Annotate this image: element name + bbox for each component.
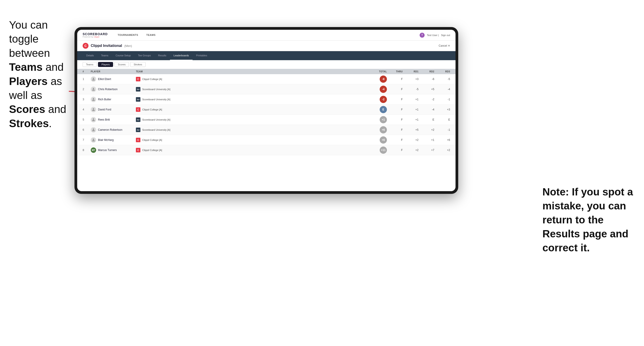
thru-val: F [387,128,403,131]
team-name: Clippd College [A] [142,149,162,152]
table-row: 7 Blair McHarg C Clippd College [A] +6 F… [77,135,456,145]
svg-point-4 [93,108,94,110]
row-rank: 5 [82,118,91,121]
rd2-val: +1 [418,138,434,142]
toggle-strokes-button[interactable]: Strokes [130,62,145,67]
player-cell: Rich Butler [91,97,136,102]
score-badge: +6 [380,136,387,144]
table-row: 6 Cameron Robertson SU Scoreboard Univer… [77,125,456,135]
player-name: Chris Robertson [98,88,118,91]
rd3-val: E [434,118,450,121]
team-cell: C Clippd College [A] [136,77,364,81]
row-rank: 8 [82,149,91,152]
col-player: PLAYER [91,70,136,73]
score-badge: E [380,106,387,113]
cancel-button[interactable]: Cancel ✕ [438,44,450,47]
row-rank: 1 [82,78,91,81]
avatar [91,137,96,143]
col-rd1: RD1 [403,70,418,73]
rd1-val: +2 [403,138,418,142]
rd1-val: +5 [403,128,418,131]
player-name: Rees Britt [98,118,110,121]
rd1-val: -5 [403,88,418,91]
team-cell: C Clippd College [A] [136,148,364,152]
score-badge: +11 [380,147,387,154]
nav-tab-teams[interactable]: TEAMS [143,30,159,41]
svg-point-2 [93,88,94,89]
player-cell: Blair McHarg [91,137,136,143]
row-rank: 4 [82,108,91,111]
rd1-val: +1 [403,108,418,111]
thru-val: F [387,98,403,101]
rd1-val: +3 [403,78,418,81]
rd2-val: -2 [418,98,434,101]
sub-nav: Details Teams Course Setup Tee Groups Re… [77,51,456,60]
table-header: # PLAYER TEAM TOTAL THRU RD1 RD2 RD3 [77,69,456,74]
rd2-val: +2 [418,128,434,131]
score-badge: -8 [380,75,387,83]
toggle-scores-button[interactable]: Scores [114,62,129,67]
table-row: 2 Chris Robertson SU Scoreboard Universi… [77,84,456,94]
sub-nav-teams[interactable]: Teams [98,51,112,60]
team-name: Clippd College [A] [142,78,162,80]
row-rank: 6 [82,128,91,131]
table-row: 1 Elliot Ebert C Clippd College [A] -8 F… [77,74,456,84]
tablet-frame: SCOREBOARD Powered by clippd TOURNAMENTS… [74,27,458,194]
header-right: T Test User | Sign out [420,33,450,38]
toggle-teams-button[interactable]: Teams [82,62,96,67]
rd2-val: -6 [418,78,434,81]
team-cell: SU Scoreboard University [A] [136,87,364,92]
row-rank: 7 [82,138,91,142]
sub-nav-details[interactable]: Details [82,51,98,60]
sub-nav-results[interactable]: Results [154,51,170,60]
toggle-bar: Teams Players Scores Strokes [77,60,456,69]
rd3-val: -5 [434,78,450,81]
thru-val: F [387,78,403,81]
rd3-val: +3 [434,108,450,111]
score-badge: +1 [380,116,387,123]
tournament-name: Clippd Invitational [91,44,122,48]
player-cell: MT Marcus Turners [91,148,136,153]
team-cell: SU Scoreboard University [A] [136,128,364,132]
col-thru: THRU [387,70,403,73]
sub-nav-leaderboards[interactable]: Leaderboards [170,51,192,60]
avatar [91,76,96,82]
rd3-val: -1 [434,98,450,101]
rd2-val: +5 [418,88,434,91]
thru-val: F [387,149,403,152]
rd3-val: -4 [434,88,450,91]
toggle-players-button[interactable]: Players [98,62,113,67]
sub-nav-printables[interactable]: Printables [192,51,211,60]
sub-nav-course-setup[interactable]: Course Setup [112,51,134,60]
sub-nav-tee-groups[interactable]: Tee Groups [134,51,154,60]
svg-point-5 [93,118,94,120]
team-name: Clippd College [A] [142,139,162,141]
rd3-val: +6 [434,138,450,142]
sign-out-link[interactable]: Sign out [441,34,450,36]
player-name: Blair McHarg [98,138,114,142]
team-name: Scoreboard University [A] [142,88,170,91]
player-name: Cameron Robertson [98,128,122,131]
player-cell: Chris Robertson [91,87,136,92]
nav-tab-tournaments[interactable]: TOURNAMENTS [114,30,142,41]
col-rd2: RD2 [418,70,434,73]
logo-area: SCOREBOARD Powered by clippd [82,32,108,38]
rd1-val: +1 [403,118,418,121]
team-name: Scoreboard University [A] [142,129,170,131]
rd1-val: +2 [403,149,418,152]
nav-tabs: TOURNAMENTS TEAMS [114,30,420,41]
col-num: # [82,70,91,73]
team-logo: SU [136,97,140,102]
avatar [91,97,96,102]
avatar [91,107,96,112]
rd2-val: E [418,118,434,121]
tablet-screen: SCOREBOARD Powered by clippd TOURNAMENTS… [77,30,456,191]
team-logo: C [136,148,140,152]
avatar [91,127,96,133]
player-name: Elliot Ebert [98,78,111,81]
tournament-logo: C [82,43,88,49]
avatar [91,117,96,122]
player-name: Marcus Turners [98,149,117,152]
team-logo: C [136,77,140,81]
user-avatar: T [420,33,424,38]
